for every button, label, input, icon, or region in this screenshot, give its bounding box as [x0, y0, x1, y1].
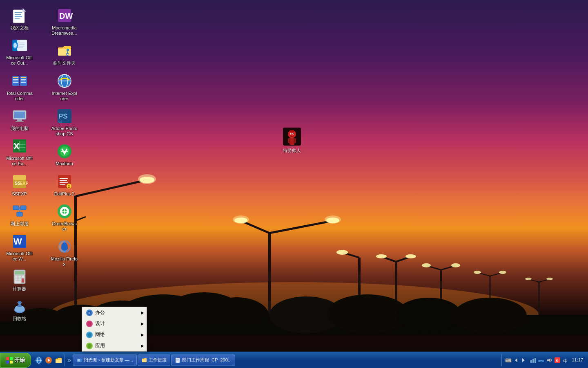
desktop-icon-ms-word[interactable]: W Microsoft Office W...	[4, 230, 35, 265]
svg-rect-82	[13, 175, 26, 180]
svg-point-140	[87, 322, 91, 326]
taskbar-item-1-label: 阳光海 › 创建新文章 —...	[84, 357, 133, 363]
apps-menu-icon	[86, 343, 93, 349]
svg-rect-136	[288, 138, 290, 143]
taskbar-overflow-indicator[interactable]: »	[67, 357, 72, 364]
svg-rect-74	[16, 121, 24, 122]
speaker-tray-icon[interactable]	[546, 357, 552, 364]
apps-label: 应用	[95, 342, 105, 349]
apps-submenu-arrow: ▶	[141, 343, 144, 348]
desktop-icon-firefox[interactable]: Mozilla Firefox	[49, 235, 80, 270]
network-icon	[11, 203, 28, 220]
taskbar-items-area: » 阳光海 › 创建新文章 —... 工作进度	[65, 355, 501, 366]
svg-point-44	[270, 296, 343, 333]
desktop-icon-recycle[interactable]: 回收站	[4, 295, 35, 325]
prev-tray-icon[interactable]	[513, 357, 520, 364]
taskbar-item-2[interactable]: 工作进度	[138, 355, 170, 366]
start-label: 开始	[14, 357, 25, 364]
context-menu-item-apps[interactable]: 应用 ▶	[82, 340, 147, 351]
svg-line-32	[529, 279, 539, 282]
svg-point-45	[327, 294, 408, 334]
desktop-icon-temp-folder[interactable]: 临时文件夹	[49, 39, 80, 69]
context-menu-item-office[interactable]: O 办公 ▶	[82, 307, 147, 318]
svg-rect-99	[18, 278, 21, 280]
svg-rect-65	[13, 79, 18, 80]
office-menu-icon: O	[86, 310, 93, 316]
svg-text:X: X	[13, 141, 20, 151]
desktop-icon-photoshop[interactable]: PS CS Adobe Photoshop CS	[49, 105, 80, 140]
svg-point-25	[451, 263, 460, 267]
desktop-icon-maxthon[interactable]: Maxthon	[49, 140, 80, 170]
context-menu-item-network[interactable]: 网络 ▶	[82, 329, 147, 340]
network-tray-icon-1[interactable]	[530, 357, 536, 364]
svg-rect-172	[535, 358, 536, 363]
taskbar: 开始	[0, 352, 588, 368]
quick-media-icon[interactable]	[44, 356, 53, 365]
temp-folder-icon	[56, 43, 73, 59]
desktop-icon-editplus[interactable]: 2 EditPlus 2	[49, 170, 80, 200]
language-tray-icon[interactable]: 中	[562, 357, 568, 364]
desktop-icon-total-commander[interactable]: Total Commander	[4, 70, 35, 105]
next-tray-icon[interactable]	[521, 357, 528, 364]
svg-rect-95	[15, 276, 18, 278]
svg-rect-173	[538, 360, 541, 362]
svg-line-23	[441, 266, 455, 270]
ms-outlook-label: Microsoft Office Out...	[6, 55, 33, 66]
svg-point-134	[293, 133, 294, 134]
antivirus-tray-icon[interactable]: K	[554, 357, 561, 364]
desktop-icon-network[interactable]: 网上邻居	[4, 200, 35, 230]
temp-folder-label: 临时文件夹	[53, 61, 76, 66]
desktop-icon-greenbrowser[interactable]: GreenBrowser	[49, 200, 80, 235]
game-icon	[282, 127, 302, 146]
keyboard-tray-icon[interactable]	[505, 357, 512, 364]
svg-rect-101	[15, 281, 21, 283]
svg-line-33	[539, 279, 549, 282]
desktop-icon-dreamweaver[interactable]: DW Macromedia Dreamwea...	[49, 4, 80, 39]
desktop-icon-ms-excel[interactable]: X Microsoft Office Ex...	[4, 135, 35, 170]
desktop-icon-ie[interactable]: Internet Explorer	[49, 70, 80, 105]
editplus-label: EditPlus 2	[54, 191, 75, 197]
svg-rect-159	[176, 359, 179, 359]
svg-point-107	[67, 49, 69, 51]
svg-line-7	[241, 221, 270, 233]
greenbrowser-label: GreenBrowser	[51, 221, 78, 232]
svg-point-10	[326, 218, 339, 223]
desktop-icon-ssexp[interactable]: SS EXP SSEXP	[4, 170, 35, 200]
taskbar-item-3[interactable]: 部门工作周报_CP_200...	[171, 355, 235, 366]
quick-folder-icon[interactable]	[54, 356, 63, 365]
floating-icon-game[interactable]: 特赞帅人	[278, 127, 306, 153]
svg-rect-66	[13, 81, 18, 81]
svg-rect-64	[21, 77, 26, 78]
svg-point-47	[453, 298, 527, 334]
svg-point-3	[140, 177, 154, 183]
office-label: 办公	[95, 309, 105, 316]
svg-point-19	[376, 254, 387, 258]
svg-line-28	[490, 273, 502, 276]
ie-label: Internet Explorer	[51, 91, 78, 101]
taskbar-item-1[interactable]: 阳光海 › 创建新文章 —...	[73, 355, 137, 366]
quick-ie-icon[interactable]	[34, 356, 43, 365]
svg-text:CS: CS	[58, 120, 62, 123]
start-button[interactable]: 开始	[0, 353, 31, 368]
context-menu-item-design[interactable]: 设计 ▶	[82, 318, 147, 329]
desktop-icon-calculator[interactable]: 计算器	[4, 265, 35, 295]
svg-rect-163	[506, 359, 507, 360]
ssexp-label: SSEXP	[12, 191, 27, 197]
desktop-icon-ms-outlook[interactable]: Microsoft Office Out...	[4, 34, 35, 69]
svg-rect-118	[60, 178, 68, 179]
ms-word-label: Microsoft Office W...	[6, 251, 33, 262]
ms-word-icon: W	[11, 233, 28, 249]
svg-point-142	[87, 344, 91, 348]
svg-rect-161	[176, 361, 179, 361]
svg-point-133	[291, 133, 292, 134]
svg-rect-96	[18, 276, 21, 278]
svg-point-90	[19, 209, 20, 211]
windows-logo-icon	[6, 357, 13, 364]
svg-point-11	[233, 215, 249, 224]
network-tray-icon-2[interactable]	[538, 357, 544, 364]
svg-line-22	[427, 266, 441, 270]
svg-text:K: K	[556, 359, 559, 363]
desktop-icon-my-docs[interactable]: 我的文档	[4, 4, 35, 34]
network-label: 网上邻居	[11, 221, 29, 227]
desktop-icon-my-computer[interactable]: 我的电脑	[4, 105, 35, 135]
